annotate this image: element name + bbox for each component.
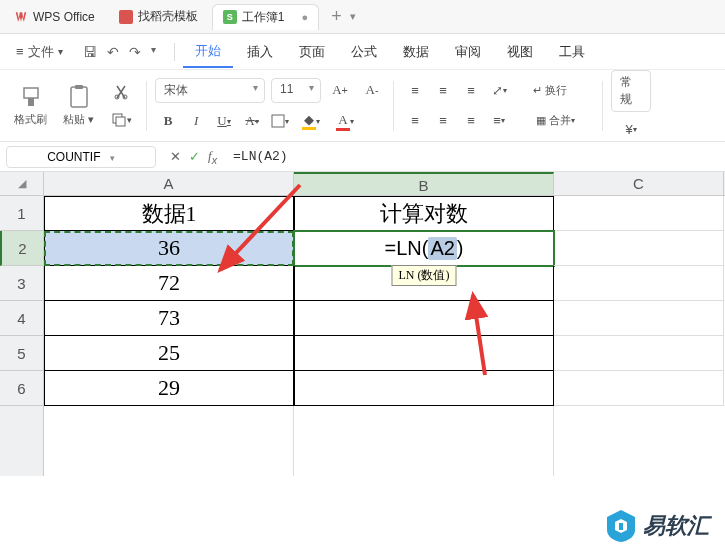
cell-c4[interactable] bbox=[554, 301, 724, 336]
formula-input[interactable]: =LN(A2) bbox=[225, 149, 725, 164]
col-header-c[interactable]: C bbox=[554, 172, 724, 195]
menu-formula[interactable]: 公式 bbox=[339, 37, 389, 67]
align-middle-button[interactable]: ≡ bbox=[430, 79, 456, 103]
indent-button[interactable]: ≡ ▾ bbox=[486, 109, 512, 133]
file-menu[interactable]: ≡ 文件 ▾ bbox=[8, 39, 71, 65]
cell-a5[interactable]: 25 bbox=[44, 336, 294, 371]
col-header-b[interactable]: B bbox=[294, 172, 554, 195]
row-header-6[interactable]: 6 bbox=[0, 371, 44, 406]
align-bottom-button[interactable]: ≡ bbox=[458, 79, 484, 103]
row-header-4[interactable]: 4 bbox=[0, 301, 44, 336]
align-left-button[interactable]: ≡ bbox=[402, 109, 428, 133]
row-header-3[interactable]: 3 bbox=[0, 266, 44, 301]
formula-suffix: ) bbox=[457, 237, 464, 260]
svg-rect-8 bbox=[272, 115, 284, 127]
align-right-button[interactable]: ≡ bbox=[458, 109, 484, 133]
increase-font-button[interactable]: A+ bbox=[327, 78, 353, 102]
new-tab-button[interactable]: + bbox=[331, 6, 342, 27]
paste-group[interactable]: 粘贴 ▾ bbox=[57, 82, 100, 129]
row-1: 1 数据1 计算对数 bbox=[0, 196, 725, 231]
col-header-a[interactable]: A bbox=[44, 172, 294, 195]
tab-close-icon[interactable]: ● bbox=[301, 11, 308, 23]
formula-bar: COUNTIF ▾ ✕ ✓ fx =LN(A2) bbox=[0, 142, 725, 172]
bold-button[interactable]: B bbox=[155, 109, 181, 133]
currency-button[interactable]: ¥ ▾ bbox=[611, 118, 651, 142]
font-size-select[interactable]: 11▾ bbox=[271, 78, 321, 103]
menu-review[interactable]: 审阅 bbox=[443, 37, 493, 67]
wrap-text-button[interactable]: ↵换行 bbox=[520, 79, 580, 103]
row-header-5[interactable]: 5 bbox=[0, 336, 44, 371]
confirm-icon[interactable]: ✓ bbox=[189, 149, 200, 164]
cell-c3[interactable] bbox=[554, 266, 724, 301]
name-box[interactable]: COUNTIF ▾ bbox=[6, 146, 156, 168]
cut-button[interactable] bbox=[108, 80, 134, 104]
cell-c7[interactable] bbox=[554, 406, 724, 476]
cell-c6[interactable] bbox=[554, 371, 724, 406]
underline-button[interactable]: U ▾ bbox=[211, 109, 237, 133]
strikethrough-button[interactable]: A ▾ bbox=[239, 109, 265, 133]
cell-a3[interactable]: 72 bbox=[44, 266, 294, 301]
cell-a2[interactable]: 36 bbox=[44, 231, 294, 266]
fill-color-button[interactable]: ◆ ▾ bbox=[295, 109, 327, 133]
undo-icon[interactable]: ↶ bbox=[107, 44, 119, 60]
row-header-1[interactable]: 1 bbox=[0, 196, 44, 231]
orientation-button[interactable]: ⤢ ▾ bbox=[486, 79, 512, 103]
menu-insert[interactable]: 插入 bbox=[235, 37, 285, 67]
cell-b1[interactable]: 计算对数 bbox=[294, 196, 554, 231]
cell-c1[interactable] bbox=[554, 196, 724, 231]
cell-a6[interactable]: 29 bbox=[44, 371, 294, 406]
cancel-icon[interactable]: ✕ bbox=[170, 149, 181, 164]
tab-wps-office[interactable]: WPS Office bbox=[4, 6, 105, 28]
qa-chevron-icon[interactable]: ▾ bbox=[151, 44, 156, 60]
copy-button[interactable]: ▾ bbox=[108, 108, 134, 132]
svg-rect-7 bbox=[116, 117, 125, 126]
tab-template[interactable]: 找稻壳模板 bbox=[109, 4, 208, 29]
tab-menu-icon[interactable]: ▾ bbox=[350, 10, 356, 23]
menu-view[interactable]: 视图 bbox=[495, 37, 545, 67]
italic-button[interactable]: I bbox=[183, 109, 209, 133]
tab-label: 找稻壳模板 bbox=[138, 8, 198, 25]
row-header-2[interactable]: 2 bbox=[0, 231, 44, 266]
fx-icon[interactable]: fx bbox=[208, 148, 217, 166]
merge-cells-button[interactable]: ▦合并 ▾ bbox=[520, 109, 590, 133]
tab-label: WPS Office bbox=[33, 10, 95, 24]
tab-label: 工作簿1 bbox=[242, 9, 285, 26]
menu-data[interactable]: 数据 bbox=[391, 37, 441, 67]
copy-icon bbox=[111, 112, 127, 128]
cell-a7[interactable] bbox=[44, 406, 294, 476]
row-header-7[interactable] bbox=[0, 406, 44, 476]
number-format-select[interactable]: 常规 bbox=[611, 70, 651, 112]
save-icon[interactable]: 🖫 bbox=[83, 44, 97, 60]
row-6: 6 29 bbox=[0, 371, 725, 406]
menu-icon: ≡ bbox=[16, 44, 24, 59]
separator bbox=[146, 81, 147, 131]
cell-b4[interactable] bbox=[294, 301, 554, 336]
select-all-corner[interactable]: ◢ bbox=[0, 172, 44, 195]
border-button[interactable]: ▾ bbox=[267, 109, 293, 133]
tab-workbook[interactable]: S 工作簿1 ● bbox=[212, 4, 319, 30]
font-color-button[interactable]: A ▾ bbox=[329, 109, 361, 133]
format-brush-group[interactable]: 格式刷 bbox=[8, 82, 53, 129]
format-brush-icon bbox=[20, 84, 42, 110]
paste-label: 粘贴 ▾ bbox=[63, 112, 94, 127]
cell-b5[interactable] bbox=[294, 336, 554, 371]
cell-b2[interactable]: =LN(A2) LN (数值) bbox=[294, 231, 554, 266]
cell-a4[interactable]: 73 bbox=[44, 301, 294, 336]
formula-prefix: =LN( bbox=[384, 237, 428, 260]
cell-c5[interactable] bbox=[554, 336, 724, 371]
cell-a1[interactable]: 数据1 bbox=[44, 196, 294, 231]
decrease-font-button[interactable]: A- bbox=[359, 78, 385, 102]
redo-icon[interactable]: ↷ bbox=[129, 44, 141, 60]
row-7 bbox=[0, 406, 725, 476]
align-top-button[interactable]: ≡ bbox=[402, 79, 428, 103]
font-name-select[interactable]: 宋体▾ bbox=[155, 78, 265, 103]
svg-rect-3 bbox=[75, 85, 83, 89]
align-center-button[interactable]: ≡ bbox=[430, 109, 456, 133]
menu-page[interactable]: 页面 bbox=[287, 37, 337, 67]
spreadsheet-grid: ◢ A B C 1 数据1 计算对数 2 36 =LN(A2) LN (数值) … bbox=[0, 172, 725, 476]
cell-c2[interactable] bbox=[554, 231, 724, 266]
menu-tools[interactable]: 工具 bbox=[547, 37, 597, 67]
cell-b6[interactable] bbox=[294, 371, 554, 406]
menu-start[interactable]: 开始 bbox=[183, 36, 233, 68]
cell-b7[interactable] bbox=[294, 406, 554, 476]
